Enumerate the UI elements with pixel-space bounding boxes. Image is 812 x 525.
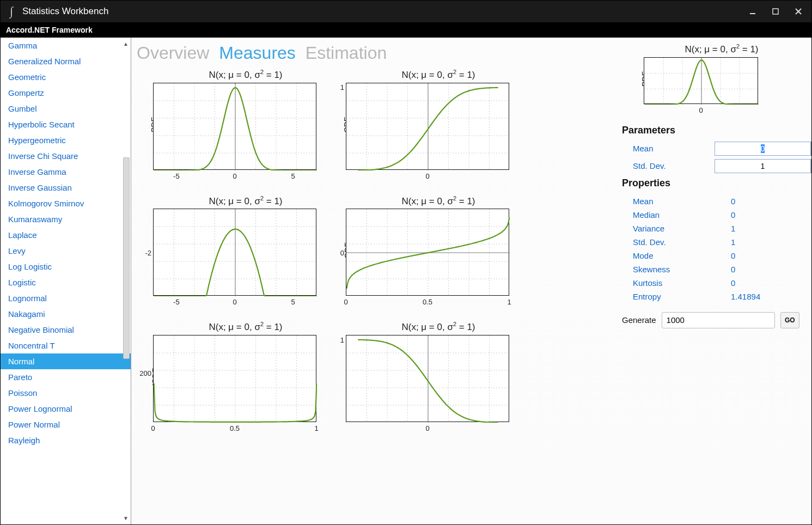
sidebar-item-power-lognormal[interactable]: Power Lognormal xyxy=(1,401,131,417)
y-ticks: 0 xyxy=(328,209,344,295)
sidebar-item-poisson[interactable]: Poisson xyxy=(1,385,131,401)
tabs: OverviewMeasuresEstimation xyxy=(137,43,614,63)
distribution-list[interactable]: GammaGeneralized NormalGeometricGompertz… xyxy=(1,38,131,524)
chart-plot[interactable] xyxy=(153,83,316,170)
charts-grid: N(x; μ = 0, σ2 = 1)PDF-505N(x; μ = 0, σ2… xyxy=(153,69,614,433)
chart-plot[interactable]: 200 xyxy=(153,335,316,422)
x-ticks: 00.51 xyxy=(346,296,509,307)
spin-buttons: ▲▼ xyxy=(811,159,811,173)
spin-down-button[interactable]: ▼ xyxy=(811,166,811,173)
sidebar-item-pareto[interactable]: Pareto xyxy=(1,369,131,385)
sidebar-item-hypergeometric[interactable]: Hypergeometric xyxy=(1,132,131,148)
sidebar-scroll-up-icon[interactable]: ▲ xyxy=(123,41,129,47)
property-value: 0 xyxy=(731,197,735,206)
param-row-std-dev-: Std. Dev.▲▼ xyxy=(622,159,799,173)
sidebar-item-gumbel[interactable]: Gumbel xyxy=(1,101,131,117)
chart-plot[interactable]: -2 xyxy=(153,209,316,296)
sidebar-item-power-normal[interactable]: Power Normal xyxy=(1,417,131,432)
chart-ccdf: N(x; μ = 0, σ2 = 1)CCDF10 xyxy=(346,321,531,433)
chart-plot[interactable] xyxy=(644,57,758,104)
param-spinner: ▲▼ xyxy=(715,159,780,173)
y-ticks: 1 xyxy=(328,335,344,422)
param-input[interactable] xyxy=(715,142,811,156)
chart-plot[interactable]: 0 xyxy=(346,209,509,296)
property-name: Std. Dev. xyxy=(633,237,731,247)
property-name: Median xyxy=(633,210,731,219)
window-controls xyxy=(745,4,806,19)
chart-ipdf: N(x; μ = 0, σ2 = 1)IPDF20000.51 xyxy=(153,321,338,433)
spin-buttons: ▲▼ xyxy=(811,142,811,156)
chart-qdf: N(x; μ = 0, σ2 = 1)QDF000.51 xyxy=(346,195,531,307)
property-value: 1 xyxy=(731,237,735,247)
x-ticks: -505 xyxy=(153,170,316,181)
property-row-variance: Variance1 xyxy=(622,222,799,235)
sidebar-item-kolmogorov-smirnov[interactable]: Kolmogorov Smirnov xyxy=(1,196,131,211)
y-ticks: -2 xyxy=(135,209,151,295)
property-value: 0 xyxy=(731,265,735,274)
spin-up-button[interactable]: ▲ xyxy=(811,142,811,149)
sidebar-item-inverse-gamma[interactable]: Inverse Gamma xyxy=(1,164,131,180)
sidebar-item-negative-binomial[interactable]: Negative Binomial xyxy=(1,322,131,338)
sidebar-item-rayleigh[interactable]: Rayleigh xyxy=(1,432,131,448)
parameters-list: Mean▲▼Std. Dev.▲▼ xyxy=(622,142,799,173)
x-ticks: 0 xyxy=(346,422,509,433)
tab-overview[interactable]: Overview xyxy=(137,43,209,63)
chart-plot[interactable]: 1 xyxy=(346,335,509,422)
sidebar-scroll-down-icon[interactable]: ▼ xyxy=(123,515,129,521)
app-title: Statistics Workbench xyxy=(22,6,745,17)
chart-logpdf: N(x; μ = 0, σ2 = 1)Log-PDF-2-505 xyxy=(153,195,338,307)
sidebar-item-noncentral-t[interactable]: Noncentral T xyxy=(1,338,131,353)
x-ticks: -505 xyxy=(153,296,316,307)
sidebar-item-geometric[interactable]: Geometric xyxy=(1,69,131,85)
property-name: Mode xyxy=(633,251,731,260)
sidebar-item-generalized-normal[interactable]: Generalized Normal xyxy=(1,53,131,69)
sidebar-item-gamma[interactable]: Gamma xyxy=(1,38,131,53)
properties-list: Mean0Median0Variance1Std. Dev.1Mode0Skew… xyxy=(622,194,799,303)
sidebar-scrollbar-thumb[interactable] xyxy=(123,157,130,359)
sidebar-item-inverse-chi-square[interactable]: Inverse Chi Square xyxy=(1,148,131,164)
brand-label[interactable]: Accord.NET Framework xyxy=(6,26,93,34)
sidebar-item-gompertz[interactable]: Gompertz xyxy=(1,85,131,101)
sidebar-item-inverse-gaussian[interactable]: Inverse Gaussian xyxy=(1,180,131,196)
sidebar-item-kumaraswamy[interactable]: Kumaraswamy xyxy=(1,211,131,227)
param-input[interactable] xyxy=(715,159,811,173)
property-name: Variance xyxy=(633,224,731,233)
param-label: Std. Dev. xyxy=(622,161,715,170)
property-name: Mean xyxy=(633,197,731,206)
center-column: OverviewMeasuresEstimation N(x; μ = 0, σ… xyxy=(137,43,614,519)
right-panel: N(x; μ = 0, σ2 = 1)PDF0 Parameters Mean▲… xyxy=(614,43,799,519)
titlebar: ∫ Statistics Workbench xyxy=(1,1,811,22)
sidebar-item-hyperbolic-secant[interactable]: Hyperbolic Secant xyxy=(1,117,131,132)
spin-down-button[interactable]: ▼ xyxy=(811,149,811,156)
generate-go-button[interactable]: GO xyxy=(780,312,799,328)
chart-title: N(x; μ = 0, σ2 = 1) xyxy=(153,69,338,81)
sidebar-item-lognormal[interactable]: Lognormal xyxy=(1,290,131,306)
chart-title: N(x; μ = 0, σ2 = 1) xyxy=(153,195,338,207)
svg-rect-1 xyxy=(773,9,778,14)
app-icon: ∫ xyxy=(6,5,17,18)
maximize-button[interactable] xyxy=(768,4,783,19)
sidebar-item-logistic[interactable]: Logistic xyxy=(1,274,131,290)
property-name: Kurtosis xyxy=(633,278,731,288)
sidebar-item-levy[interactable]: Levy xyxy=(1,243,131,259)
generate-label: Generate xyxy=(622,315,656,325)
x-ticks: 00.51 xyxy=(153,422,316,433)
tab-measures[interactable]: Measures xyxy=(219,43,296,63)
sidebar-item-nakagami[interactable]: Nakagami xyxy=(1,306,131,322)
property-row-skewness: Skewness0 xyxy=(622,262,799,276)
chart-title: N(x; μ = 0, σ2 = 1) xyxy=(346,69,531,81)
distribution-sidebar: GammaGeneralized NormalGeometricGompertz… xyxy=(1,38,131,524)
minimize-button[interactable] xyxy=(745,4,760,19)
generate-count-input[interactable] xyxy=(662,312,775,328)
menubar: Accord.NET Framework xyxy=(1,22,811,38)
properties-heading: Properties xyxy=(622,178,799,189)
param-spinner: ▲▼ xyxy=(715,142,780,156)
chart-plot[interactable]: 1 xyxy=(346,83,509,170)
sidebar-item-log-logistic[interactable]: Log Logistic xyxy=(1,259,131,274)
sidebar-item-laplace[interactable]: Laplace xyxy=(1,227,131,243)
sidebar-item-normal[interactable]: Normal xyxy=(1,353,131,369)
property-value: 1.41894 xyxy=(731,292,760,301)
tab-estimation[interactable]: Estimation xyxy=(306,43,387,63)
close-button[interactable] xyxy=(791,4,806,19)
spin-up-button[interactable]: ▲ xyxy=(811,159,811,166)
